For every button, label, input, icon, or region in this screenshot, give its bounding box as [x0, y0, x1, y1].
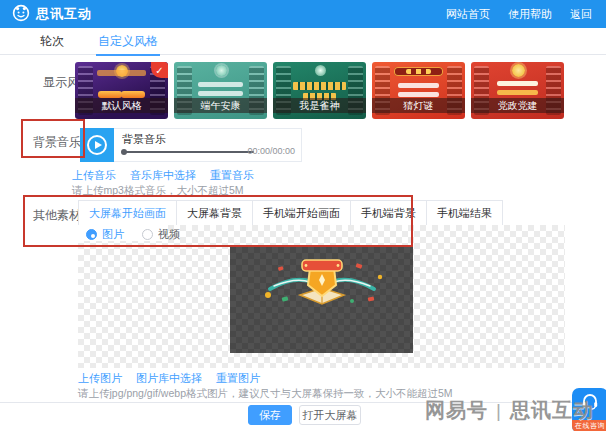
upload-music-link[interactable]: 上传音乐 [72, 168, 116, 183]
play-icon [87, 135, 107, 155]
theme-lantern[interactable]: 猜灯谜 [372, 62, 465, 119]
chat-label: 在线咨询 [572, 420, 606, 431]
image-hint: 请上传jpg/png/gif/webp格式图片，建议尺寸与大屏幕保持一致，大小不… [78, 387, 453, 401]
brand-logo-icon [12, 4, 30, 25]
media-type-radios: 图片 视频 [86, 227, 180, 242]
music-library-link[interactable]: 音乐库中选择 [130, 168, 196, 183]
theme-art [398, 83, 439, 88]
theme-name: 党政党建 [471, 98, 564, 113]
tab-screen-background[interactable]: 大屏幕背景 [177, 200, 253, 226]
upload-image-link[interactable]: 上传图片 [78, 371, 122, 386]
theme-art [398, 92, 439, 97]
tab-mobile-result[interactable]: 手机端结果 [427, 200, 503, 226]
audio-player-body: 背景音乐 00:00/00:00 [114, 128, 302, 162]
theme-art [198, 91, 243, 96]
open-big-screen-button[interactable]: 打开大屏幕 [299, 405, 361, 425]
theme-default[interactable]: 默认风格 ✓ [75, 62, 168, 119]
tab-custom-style[interactable]: 自定义风格 [98, 27, 158, 56]
radio-video-label: 视频 [158, 227, 180, 242]
play-button[interactable] [80, 128, 114, 162]
image-preview [230, 247, 413, 353]
theme-art [406, 69, 431, 74]
app-header: 思讯互动 网站首页 使用帮助 返回 [0, 0, 606, 28]
material-section-label: 其他素材 [33, 207, 81, 224]
theme-mahjong[interactable]: 我是雀神 [273, 62, 366, 119]
theme-art [497, 81, 538, 86]
radio-video[interactable]: 视频 [142, 227, 180, 242]
top-tabbar: 轮次 自定义风格 [0, 28, 606, 55]
tab-rounds[interactable]: 轮次 [40, 27, 64, 56]
image-library-link[interactable]: 图片库中选择 [136, 371, 202, 386]
header-nav: 网站首页 使用帮助 返回 [446, 7, 592, 22]
nav-home-link[interactable]: 网站首页 [446, 7, 490, 22]
music-section-label: 背景音乐 [33, 134, 81, 151]
nav-back-link[interactable]: 返回 [570, 7, 592, 22]
theme-name: 端午安康 [174, 98, 267, 113]
slider-handle[interactable] [121, 149, 127, 155]
headset-icon [581, 393, 599, 415]
audio-progress-slider[interactable] [122, 151, 254, 153]
music-hint: 请上传mp3格式音乐，大小不超过5M [72, 184, 244, 198]
theme-art [216, 65, 227, 76]
theme-name: 默认风格 [75, 98, 168, 113]
music-links: 上传音乐 音乐库中选择 重置音乐 [72, 168, 254, 183]
audio-player: 背景音乐 00:00/00:00 [80, 128, 302, 162]
theme-art [497, 90, 538, 95]
theme-thumbnails: 默认风格 ✓ 端午安康 我是雀神 猜灯谜 [75, 62, 564, 119]
online-chat-button[interactable]: 在线咨询 [572, 388, 606, 431]
tab-mobile-start[interactable]: 手机端开始画面 [253, 200, 351, 226]
preview-logo-graphic [256, 255, 388, 315]
radio-image[interactable]: 图片 [86, 227, 124, 242]
image-links: 上传图片 图片库中选择 重置图片 [78, 371, 260, 386]
tab-screen-start[interactable]: 大屏幕开始画面 [78, 200, 177, 226]
radio-image-label: 图片 [102, 227, 124, 242]
page: 思讯互动 网站首页 使用帮助 返回 轮次 自定义风格 显示风格 默认风格 ✓ [0, 0, 606, 431]
audio-time: 00:00/00:00 [247, 146, 295, 156]
theme-art [293, 82, 346, 90]
theme-party[interactable]: 党政党建 [471, 62, 564, 119]
radio-unselected-icon [142, 229, 153, 240]
brand: 思讯互动 [12, 4, 92, 25]
theme-art [315, 65, 326, 76]
theme-art [512, 64, 525, 77]
material-tabs: 大屏幕开始画面 大屏幕背景 手机端开始画面 手机端背景 手机端结果 [78, 200, 503, 226]
radio-selected-icon [86, 229, 97, 240]
selected-check-icon: ✓ [151, 62, 168, 78]
nav-help-link[interactable]: 使用帮助 [508, 7, 552, 22]
theme-art [98, 91, 122, 98]
brand-title: 思讯互动 [36, 5, 92, 23]
theme-name: 猜灯谜 [372, 98, 465, 113]
audio-title: 背景音乐 [122, 132, 293, 147]
upload-preview-area[interactable] [78, 225, 565, 368]
theme-art [121, 91, 145, 98]
tab-mobile-background[interactable]: 手机端背景 [351, 200, 427, 226]
theme-art [97, 70, 146, 76]
reset-music-link[interactable]: 重置音乐 [210, 168, 254, 183]
theme-name: 我是雀神 [273, 98, 366, 113]
reset-image-link[interactable]: 重置图片 [216, 371, 260, 386]
theme-art [198, 82, 243, 87]
theme-duanwu[interactable]: 端午安康 [174, 62, 267, 119]
save-button[interactable]: 保存 [248, 405, 292, 425]
footer-divider [0, 402, 606, 403]
